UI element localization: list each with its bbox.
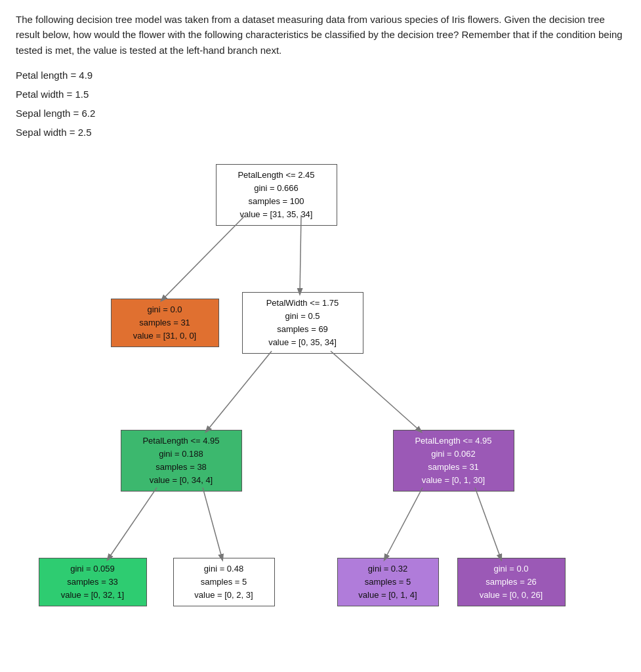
char-item-3: Sepal length = 6.2 <box>16 108 625 119</box>
node-left1-line3: value = [31, 0, 0] <box>118 329 212 343</box>
node-left2-line1: PetalLength <= 4.95 <box>128 434 235 448</box>
node-root-line4: value = [31, 35, 34] <box>223 208 330 221</box>
node-left2-line3: samples = 38 <box>128 461 235 474</box>
node-rl: gini = 0.32 samples = 5 value = [0, 1, 4… <box>337 558 439 606</box>
node-right2: PetalLength <= 4.95 gini = 0.062 samples… <box>393 430 514 492</box>
tree-nodes: PetalLength <= 2.45 gini = 0.666 samples… <box>19 158 623 630</box>
node-right1-line4: value = [0, 35, 34] <box>249 336 356 349</box>
node-lr-line3: value = [0, 2, 3] <box>180 589 268 602</box>
node-ll-line3: value = [0, 32, 1] <box>46 589 140 602</box>
node-right1-line1: PetalWidth <= 1.75 <box>249 297 356 310</box>
node-left1: gini = 0.0 samples = 31 value = [31, 0, … <box>111 299 219 347</box>
node-rl-line1: gini = 0.32 <box>344 562 432 576</box>
node-root: PetalLength <= 2.45 gini = 0.666 samples… <box>216 164 337 226</box>
node-left1-line1: gini = 0.0 <box>118 303 212 316</box>
node-root-line3: samples = 100 <box>223 195 330 208</box>
node-right1-line2: gini = 0.5 <box>249 310 356 323</box>
intro-text: The following decision tree model was ta… <box>16 12 625 58</box>
node-right1-line3: samples = 69 <box>249 323 356 336</box>
node-left1-line2: samples = 31 <box>118 316 212 329</box>
node-rl-line3: value = [0, 1, 4] <box>344 589 432 602</box>
node-rl-line2: samples = 5 <box>344 576 432 589</box>
node-lr-line1: gini = 0.48 <box>180 562 268 576</box>
node-right1: PetalWidth <= 1.75 gini = 0.5 samples = … <box>242 292 363 354</box>
node-rr-line2: samples = 26 <box>465 576 558 589</box>
node-left2-line4: value = [0, 34, 4] <box>128 474 235 487</box>
node-ll: gini = 0.059 samples = 33 value = [0, 32… <box>39 558 147 606</box>
char-item-1: Petal length = 4.9 <box>16 70 625 81</box>
char-item-2: Petal width = 1.5 <box>16 89 625 100</box>
decision-tree-container: PetalLength <= 2.45 gini = 0.666 samples… <box>16 158 625 630</box>
node-rr: gini = 0.0 samples = 26 value = [0, 0, 2… <box>457 558 566 606</box>
characteristics-list: Petal length = 4.9 Petal width = 1.5 Sep… <box>16 70 625 138</box>
node-left2-line2: gini = 0.188 <box>128 448 235 461</box>
node-ll-line1: gini = 0.059 <box>46 562 140 576</box>
node-rr-line1: gini = 0.0 <box>465 562 558 576</box>
node-lr-line2: samples = 5 <box>180 576 268 589</box>
node-right2-line3: samples = 31 <box>400 461 507 474</box>
node-right2-line1: PetalLength <= 4.95 <box>400 434 507 448</box>
node-lr: gini = 0.48 samples = 5 value = [0, 2, 3… <box>173 558 275 606</box>
node-left2: PetalLength <= 4.95 gini = 0.188 samples… <box>121 430 242 492</box>
char-item-4: Sepal width = 2.5 <box>16 127 625 138</box>
node-root-line1: PetalLength <= 2.45 <box>223 169 330 182</box>
node-rr-line3: value = [0, 0, 26] <box>465 589 558 602</box>
node-root-line2: gini = 0.666 <box>223 182 330 195</box>
node-ll-line2: samples = 33 <box>46 576 140 589</box>
node-right2-line4: value = [0, 1, 30] <box>400 474 507 487</box>
node-right2-line2: gini = 0.062 <box>400 448 507 461</box>
